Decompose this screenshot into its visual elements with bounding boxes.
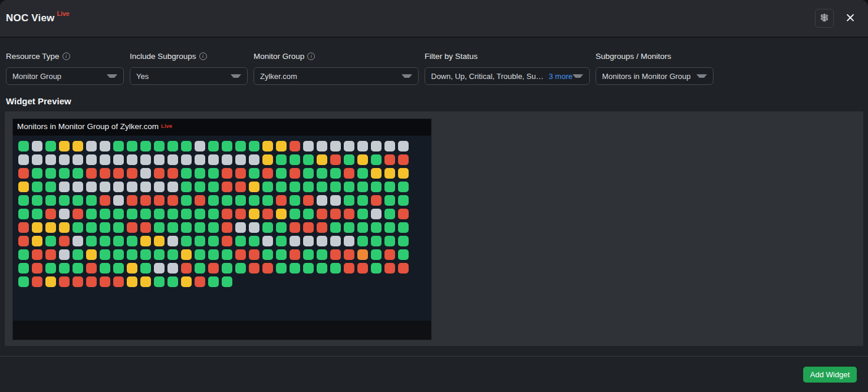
monitor-status-cell[interactable] <box>384 249 395 260</box>
monitor-status-cell[interactable] <box>398 209 409 219</box>
monitor-status-cell[interactable] <box>384 168 395 179</box>
signpost-button[interactable] <box>815 9 834 28</box>
monitor-status-cell[interactable] <box>317 263 327 274</box>
monitor-status-cell[interactable] <box>113 276 124 287</box>
monitor-status-cell[interactable] <box>32 263 42 274</box>
monitor-status-cell[interactable] <box>59 276 70 287</box>
monitor-status-cell[interactable] <box>303 249 314 260</box>
monitor-status-cell[interactable] <box>276 263 287 274</box>
monitor-status-cell[interactable] <box>222 154 232 165</box>
monitor-status-cell[interactable] <box>86 168 97 179</box>
monitor-status-cell[interactable] <box>317 236 327 246</box>
monitor-status-cell[interactable] <box>154 249 165 260</box>
monitor-status-cell[interactable] <box>262 222 273 233</box>
monitor-status-cell[interactable] <box>127 276 137 287</box>
monitor-status-cell[interactable] <box>208 182 219 192</box>
monitor-status-cell[interactable] <box>181 154 192 165</box>
monitor-status-cell[interactable] <box>140 168 151 179</box>
monitor-status-cell[interactable] <box>371 195 382 206</box>
monitor-status-cell[interactable] <box>235 168 246 179</box>
monitor-status-cell[interactable] <box>290 195 300 206</box>
monitor-status-cell[interactable] <box>59 209 70 219</box>
monitor-status-cell[interactable] <box>249 195 259 206</box>
monitor-status-cell[interactable] <box>86 249 97 260</box>
monitor-status-cell[interactable] <box>195 182 205 192</box>
monitor-status-cell[interactable] <box>18 236 29 246</box>
monitor-status-cell[interactable] <box>127 209 137 219</box>
monitor-status-cell[interactable] <box>45 222 56 233</box>
monitor-status-cell[interactable] <box>32 182 42 192</box>
monitor-status-cell[interactable] <box>195 195 205 206</box>
monitor-status-cell[interactable] <box>357 141 368 151</box>
monitor-status-cell[interactable] <box>181 276 192 287</box>
monitor-status-cell[interactable] <box>86 236 97 246</box>
monitor-status-cell[interactable] <box>127 222 137 233</box>
monitor-status-cell[interactable] <box>45 276 56 287</box>
monitor-status-cell[interactable] <box>113 222 124 233</box>
monitor-status-cell[interactable] <box>86 141 97 151</box>
monitor-status-cell[interactable] <box>73 249 83 260</box>
monitor-status-cell[interactable] <box>195 222 205 233</box>
info-icon[interactable]: i <box>63 52 70 60</box>
monitor-group-dropdown[interactable]: Zylker.com <box>254 67 419 85</box>
monitor-status-cell[interactable] <box>167 263 178 274</box>
monitor-status-cell[interactable] <box>276 222 287 233</box>
monitor-status-cell[interactable] <box>59 222 70 233</box>
monitor-status-cell[interactable] <box>276 236 287 246</box>
monitor-status-cell[interactable] <box>262 168 273 179</box>
monitor-status-cell[interactable] <box>235 263 246 274</box>
monitor-status-cell[interactable] <box>249 168 259 179</box>
monitor-status-cell[interactable] <box>290 182 300 192</box>
monitor-status-cell[interactable] <box>140 222 151 233</box>
monitor-status-cell[interactable] <box>59 263 70 274</box>
subgroups-monitors-dropdown[interactable]: Monitors in Monitor Group <box>596 67 714 85</box>
monitor-status-cell[interactable] <box>167 236 178 246</box>
resource-type-dropdown[interactable]: Monitor Group <box>6 67 124 85</box>
monitor-status-cell[interactable] <box>384 222 395 233</box>
monitor-status-cell[interactable] <box>127 195 137 206</box>
monitor-status-cell[interactable] <box>398 263 409 274</box>
monitor-status-cell[interactable] <box>384 263 395 274</box>
monitor-status-cell[interactable] <box>32 236 42 246</box>
monitor-status-cell[interactable] <box>113 249 124 260</box>
monitor-status-cell[interactable] <box>384 141 395 151</box>
more-statuses-link[interactable]: 3 more <box>549 72 573 81</box>
include-subgroups-dropdown[interactable]: Yes <box>130 67 248 85</box>
monitor-status-cell[interactable] <box>45 195 56 206</box>
monitor-status-cell[interactable] <box>73 195 83 206</box>
monitor-status-cell[interactable] <box>357 236 368 246</box>
monitor-status-cell[interactable] <box>384 154 395 165</box>
monitor-status-cell[interactable] <box>195 209 205 219</box>
monitor-status-cell[interactable] <box>330 168 341 179</box>
monitor-status-cell[interactable] <box>113 236 124 246</box>
monitor-status-cell[interactable] <box>317 182 327 192</box>
monitor-status-cell[interactable] <box>18 154 29 165</box>
monitor-status-cell[interactable] <box>59 141 70 151</box>
monitor-status-cell[interactable] <box>357 182 368 192</box>
monitor-status-cell[interactable] <box>140 236 151 246</box>
monitor-status-cell[interactable] <box>235 236 246 246</box>
monitor-status-cell[interactable] <box>181 263 192 274</box>
monitor-status-cell[interactable] <box>330 195 341 206</box>
monitor-status-cell[interactable] <box>18 141 29 151</box>
monitor-status-cell[interactable] <box>249 141 259 151</box>
monitor-status-cell[interactable] <box>290 154 300 165</box>
monitor-status-cell[interactable] <box>371 209 382 219</box>
monitor-status-cell[interactable] <box>32 195 42 206</box>
monitor-status-cell[interactable] <box>73 182 83 192</box>
monitor-status-cell[interactable] <box>140 141 151 151</box>
monitor-status-cell[interactable] <box>32 249 42 260</box>
monitor-status-cell[interactable] <box>235 222 246 233</box>
monitor-status-cell[interactable] <box>45 249 56 260</box>
monitor-status-cell[interactable] <box>357 209 368 219</box>
monitor-status-cell[interactable] <box>127 168 137 179</box>
monitor-status-cell[interactable] <box>371 249 382 260</box>
monitor-status-cell[interactable] <box>208 195 219 206</box>
monitor-status-cell[interactable] <box>86 154 97 165</box>
monitor-status-cell[interactable] <box>344 168 354 179</box>
monitor-status-cell[interactable] <box>344 195 354 206</box>
monitor-status-cell[interactable] <box>59 154 70 165</box>
monitor-status-cell[interactable] <box>344 249 354 260</box>
monitor-status-cell[interactable] <box>384 182 395 192</box>
monitor-status-cell[interactable] <box>357 195 368 206</box>
